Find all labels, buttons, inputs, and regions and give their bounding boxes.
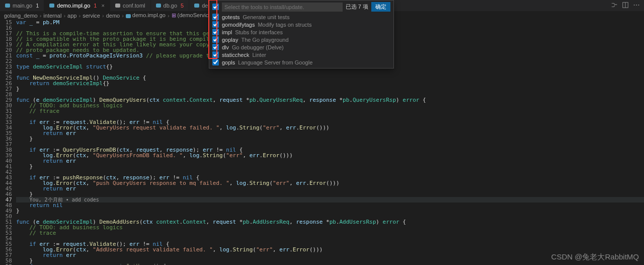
code-line[interactable]: for _, user := range request.GetUsers() … <box>16 263 644 264</box>
item-checkbox[interactable] <box>212 44 219 50</box>
tool-desc: Generate unit tests <box>243 14 289 20</box>
tab-label: main.go <box>13 3 32 9</box>
tool-name: gotests <box>222 14 239 20</box>
tool-name: goplay <box>222 37 238 43</box>
close-icon[interactable]: × <box>101 3 104 9</box>
code-line[interactable]: log.Error(ctx, "AddUsers request validat… <box>16 247 644 252</box>
quickpick-header: 已选 7 项 确定 <box>209 1 393 13</box>
line-gutter: 1516171819202122232425262728293031323334… <box>0 20 16 264</box>
code-line[interactable]: } <box>16 136 644 142</box>
quickpick-item-gopls[interactable]: goplsLanguage Server from Google <box>209 58 393 66</box>
tab-badge: 1 <box>94 3 97 9</box>
code-line[interactable]: return nil <box>16 203 644 208</box>
breadcrumb-segment[interactable]: demo <box>106 13 120 19</box>
tab-badge: 1 <box>36 3 39 9</box>
ok-button[interactable]: 确定 <box>371 2 390 12</box>
item-checkbox[interactable] <box>212 36 219 43</box>
item-checkbox[interactable] <box>212 59 219 65</box>
code-line[interactable]: return err <box>16 158 644 164</box>
tab-label: db.go <box>164 3 178 9</box>
quickpick-input[interactable] <box>222 3 343 12</box>
svg-point-4 <box>638 5 639 6</box>
select-all-checkbox[interactable] <box>212 4 219 10</box>
go-file-icon <box>156 3 161 8</box>
breadcrumb-segment[interactable]: demo.impl.go <box>126 12 166 18</box>
go-file-icon <box>5 3 10 8</box>
item-checkbox[interactable] <box>212 21 219 28</box>
tool-name: impl <box>222 29 232 35</box>
tab-demo-impl-go[interactable]: demo.impl.go1× <box>44 0 110 11</box>
tool-name: gopls <box>222 59 235 65</box>
code-line[interactable]: // trace <box>16 230 644 236</box>
code-line[interactable]: log.Error(ctx, "push QueryUsers response… <box>16 180 644 186</box>
compare-changes-icon[interactable] <box>611 2 618 10</box>
go-file-icon <box>126 14 131 19</box>
code-line[interactable]: return err <box>16 186 644 191</box>
quickpick-item-gomodifytags[interactable]: gomodifytagsModify tags on structs <box>209 21 393 28</box>
code-line[interactable]: return demoServiceImpl{} <box>16 81 644 86</box>
tool-desc: Stubs for interfaces <box>235 29 283 35</box>
tool-desc: The Go playground <box>241 37 288 43</box>
tab-label: demo.impl.go <box>57 3 90 9</box>
code-line[interactable]: return err <box>16 252 644 258</box>
watermark: CSDN @兔老大RabbitMQ <box>551 252 639 262</box>
svg-point-2 <box>634 5 635 6</box>
item-checkbox[interactable] <box>212 14 219 20</box>
tool-name: staticcheck <box>222 52 249 58</box>
code-line[interactable]: // ftrace <box>16 108 644 114</box>
tool-desc: Language Server from Google <box>238 59 312 65</box>
code-line[interactable]: // TODO: add business logics <box>16 103 644 108</box>
code-line[interactable]: } <box>16 191 644 197</box>
code-line[interactable]: log.Error(ctx, "QueryUsersFromDB failed.… <box>16 153 644 158</box>
tool-desc: Modify tags on structs <box>258 22 311 28</box>
go-file-icon <box>49 3 54 8</box>
editor-actions <box>607 0 644 11</box>
quickpick-item-dlv[interactable]: dlvGo debugger (Delve) <box>209 43 393 51</box>
code-line[interactable]: // TODO: add business logics <box>16 225 644 230</box>
quickpick-list: gotestsGenerate unit testsgomodifytagsMo… <box>209 13 393 68</box>
code-line[interactable]: You, 2个月前 • add codes <box>16 197 644 203</box>
code-line[interactable]: return err <box>16 130 644 136</box>
svg-point-3 <box>636 5 637 6</box>
more-actions-icon[interactable] <box>633 2 640 10</box>
item-checkbox[interactable] <box>212 51 219 58</box>
code-line[interactable]: func NewDemoServiceImpl() DemoService { <box>16 75 644 81</box>
quickpick-item-gotests[interactable]: gotestsGenerate unit tests <box>209 13 393 21</box>
quickpick-popup: 已选 7 项 确定 gotestsGenerate unit testsgomo… <box>209 0 394 69</box>
tool-name: gomodifytags <box>222 22 255 28</box>
breadcrumb-segment[interactable]: app <box>67 13 76 19</box>
code-line[interactable]: } <box>16 164 644 169</box>
tool-name: dlv <box>222 44 229 50</box>
tool-desc: Go debugger (Delve) <box>232 44 284 50</box>
go-file-icon <box>194 3 199 8</box>
quickpick-item-impl[interactable]: implStubs for interfaces <box>209 28 393 36</box>
selected-count: 已选 7 项 <box>346 3 368 11</box>
tool-desc: Linter <box>252 52 266 58</box>
tab-label: conf.toml <box>123 3 145 9</box>
item-checkbox[interactable] <box>212 29 219 35</box>
code-line[interactable]: log.Error(ctx, "QueryUsers request valid… <box>16 125 644 130</box>
symbol-method-icon: ⊞ <box>172 12 176 18</box>
tab-main-go[interactable]: main.go1 <box>0 0 44 11</box>
quickpick-item-goplay[interactable]: goplayThe Go playground <box>209 36 393 43</box>
breadcrumb-segment[interactable]: golang_demo <box>4 13 38 19</box>
tab-db-go[interactable]: db.go5 <box>151 0 190 11</box>
tab-badge: 5 <box>181 3 184 9</box>
code-line[interactable]: } <box>16 86 644 92</box>
breadcrumb-segment[interactable]: internal <box>43 13 61 19</box>
tab-conf-toml[interactable]: conf.toml <box>110 0 151 11</box>
go-file-icon <box>115 3 120 8</box>
split-editor-icon[interactable] <box>622 2 629 10</box>
quickpick-item-staticcheck[interactable]: staticcheckLinter <box>209 51 393 58</box>
breadcrumb-segment[interactable]: service <box>83 13 100 19</box>
code-line[interactable]: } <box>16 208 644 214</box>
